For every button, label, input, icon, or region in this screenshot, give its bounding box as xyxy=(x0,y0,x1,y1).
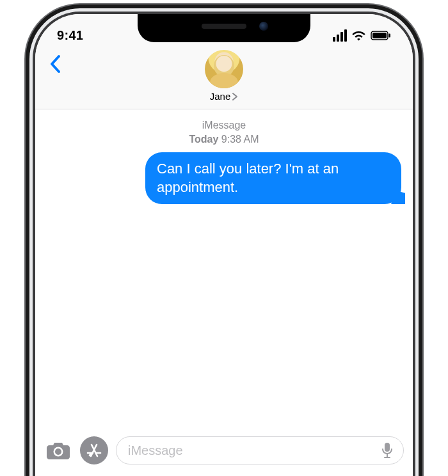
svg-rect-1 xyxy=(372,33,387,38)
message-input[interactable] xyxy=(128,443,378,458)
cellular-icon xyxy=(333,29,347,42)
notch xyxy=(138,14,310,42)
message-row: Can I call you later? I'm at an appointm… xyxy=(47,152,401,204)
app-store-icon xyxy=(86,442,102,459)
svg-line-9 xyxy=(90,454,91,456)
thread-timestamp: iMessage Today 9:38 AM xyxy=(47,118,401,146)
svg-point-4 xyxy=(55,448,61,455)
chevron-left-icon xyxy=(49,54,61,74)
status-time: 9:41 xyxy=(57,28,83,43)
contact-avatar[interactable] xyxy=(205,50,243,88)
message-thread[interactable]: iMessage Today 9:38 AM Can I call you la… xyxy=(35,109,413,410)
contact-name: Jane xyxy=(210,91,231,102)
compose-bar xyxy=(35,430,413,476)
service-label: iMessage xyxy=(47,118,401,132)
status-indicators xyxy=(333,29,391,42)
message-input-container[interactable] xyxy=(116,436,404,464)
microphone-icon xyxy=(381,442,393,459)
battery-icon xyxy=(371,31,391,40)
camera-icon xyxy=(45,440,71,461)
timestamp-day: Today xyxy=(189,134,218,145)
svg-rect-2 xyxy=(389,33,391,37)
message-text: Can I call you later? I'm at an appointm… xyxy=(157,161,339,195)
svg-rect-10 xyxy=(385,443,390,452)
app-store-button[interactable] xyxy=(80,436,108,464)
contact-name-button[interactable]: Jane xyxy=(210,91,239,102)
phone-frame: 9:41 xyxy=(35,14,413,476)
sent-message-bubble[interactable]: Can I call you later? I'm at an appointm… xyxy=(145,152,401,204)
dictate-button[interactable] xyxy=(378,441,397,460)
wifi-icon xyxy=(351,30,366,41)
back-button[interactable] xyxy=(45,51,65,77)
conversation-header: Jane xyxy=(35,47,413,109)
camera-button[interactable] xyxy=(44,436,72,464)
timestamp-time: 9:38 AM xyxy=(221,134,259,145)
chevron-right-icon xyxy=(232,92,238,101)
